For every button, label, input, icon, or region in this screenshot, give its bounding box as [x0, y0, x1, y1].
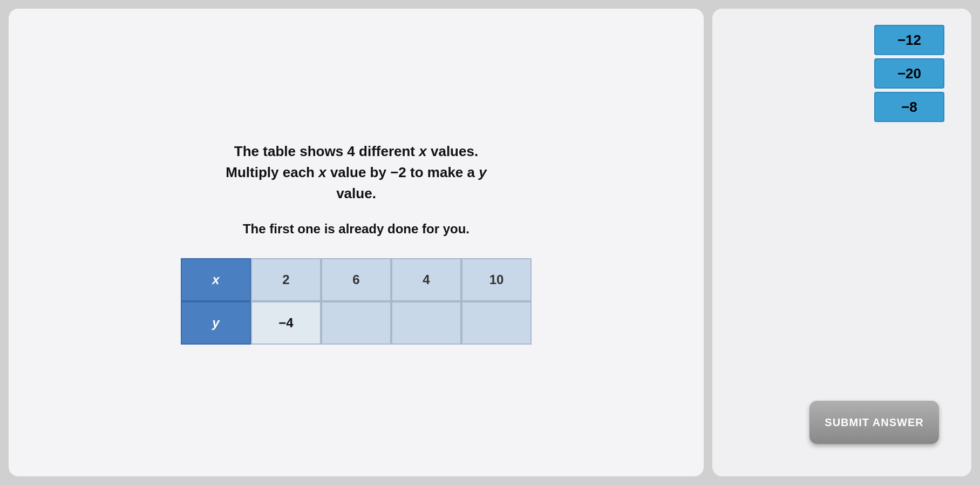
- x-row: x 2 6 4 10: [181, 258, 532, 301]
- value-table: x 2 6 4 10 y −4: [181, 258, 532, 345]
- y-cell-1[interactable]: [321, 301, 391, 345]
- x-cell-0: 2: [251, 258, 321, 301]
- y-cell-2[interactable]: [391, 301, 461, 345]
- x-cell-1: 6: [321, 258, 391, 301]
- answer-tile-2[interactable]: −8: [874, 92, 944, 122]
- question-text: The table shows 4 different x values. Mu…: [226, 141, 486, 204]
- answer-tile-1[interactable]: −20: [874, 58, 944, 89]
- answer-tile-0[interactable]: −12: [874, 25, 944, 55]
- y-header-cell: y: [181, 301, 251, 345]
- question-panel: The table shows 4 different x values. Mu…: [9, 9, 704, 476]
- done-text: The first one is already done for you.: [243, 221, 469, 237]
- y-row: y −4: [181, 301, 532, 345]
- y-cell-0: −4: [251, 301, 321, 345]
- submit-answer-button[interactable]: SUBMIT ANSWER: [809, 401, 939, 444]
- y-cell-3[interactable]: [461, 301, 532, 345]
- answer-panel: −12 −20 −8 SUBMIT ANSWER: [712, 9, 971, 476]
- x-header-cell: x: [181, 258, 251, 301]
- x-cell-2: 4: [391, 258, 461, 301]
- x-cell-3: 10: [461, 258, 532, 301]
- answer-tiles-container: −12 −20 −8: [874, 25, 944, 122]
